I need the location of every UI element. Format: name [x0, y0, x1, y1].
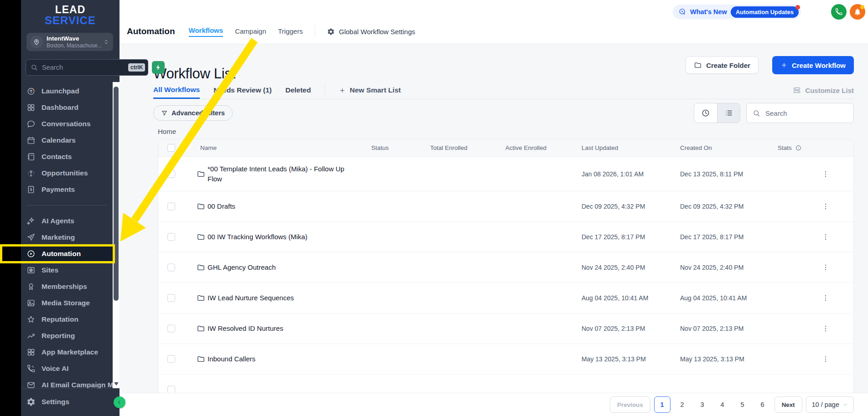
global-workflow-settings-label: Global Workflow Settings — [339, 28, 415, 36]
column-header-total-enrolled: Total Enrolled — [430, 139, 468, 156]
page-button-3[interactable]: 3 — [694, 396, 711, 413]
tab-needs-review[interactable]: Needs Review (1) — [213, 82, 272, 99]
row-actions-menu[interactable] — [819, 291, 832, 305]
envelope-icon — [26, 380, 36, 388]
row-actions-menu[interactable] — [819, 200, 832, 213]
row-actions-menu[interactable] — [819, 352, 832, 366]
play-circle-icon — [26, 249, 36, 258]
header-actions: What's New Automation Updates — [673, 4, 865, 20]
tab-triggers[interactable]: Triggers — [278, 27, 303, 36]
tab-all-workflows[interactable]: All Workflows — [153, 82, 200, 99]
create-folder-button[interactable]: Create Folder — [686, 56, 759, 74]
brand-logo-line1: LEAD — [21, 5, 120, 15]
global-workflow-settings-link[interactable]: Global Workflow Settings — [327, 28, 415, 36]
row-name[interactable]: 00 IW Tracking Workflows (Mika) — [208, 222, 307, 252]
row-actions-menu[interactable] — [819, 230, 832, 244]
sidebar-item-ai-email-campaign[interactable]: AI Email Campaign M... — [21, 377, 113, 388]
table-search[interactable] — [746, 103, 854, 123]
sidebar-item-app-marketplace[interactable]: App Marketplace — [21, 344, 113, 360]
page-button-4[interactable]: 4 — [714, 396, 731, 413]
history-view-button[interactable] — [694, 103, 717, 123]
sidebar-item-marketing[interactable]: Marketing — [21, 229, 113, 246]
row-actions-menu[interactable] — [819, 167, 832, 181]
sparkles-icon — [26, 216, 36, 226]
page-button-1[interactable]: 1 — [654, 396, 670, 413]
sidebar-scrollbar[interactable] — [113, 82, 120, 388]
sidebar-item-sites[interactable]: Sites — [21, 262, 113, 278]
sidebar-item-contacts[interactable]: Contacts — [21, 149, 113, 165]
row-actions-menu[interactable] — [819, 322, 832, 335]
list-view-button[interactable] — [717, 103, 740, 123]
row-checkbox[interactable] — [167, 386, 175, 394]
sidebar-item-dashboard[interactable]: Dashboard — [21, 99, 113, 116]
table-search-input[interactable] — [764, 109, 847, 118]
whats-new-button[interactable]: What's New Automation Updates — [673, 5, 801, 19]
row-checkbox[interactable] — [167, 294, 175, 302]
sidebar-item-settings[interactable]: Settings — [21, 394, 120, 410]
tab-workflows[interactable]: Workflows — [189, 26, 223, 37]
sidebar-item-label: Reporting — [42, 332, 75, 340]
row-checkbox[interactable] — [167, 203, 175, 211]
row-name[interactable]: Inbound Callers — [208, 344, 255, 374]
notification-dot — [795, 5, 800, 10]
create-workflow-button[interactable]: Create Workflow — [772, 56, 854, 74]
account-switcher[interactable]: IntentWave Boston, Massachuse... — [26, 33, 113, 51]
chevron-down-icon[interactable] — [180, 145, 187, 151]
folder-icon — [197, 202, 205, 211]
row-actions-menu[interactable] — [819, 261, 832, 274]
sidebar-item-calendars[interactable]: Calendars — [21, 132, 113, 149]
previous-page-button[interactable]: Previous — [610, 396, 650, 413]
sidebar-item-payments[interactable]: $ Payments — [21, 181, 113, 198]
advanced-filters-button[interactable]: Advanced Filters — [153, 105, 233, 121]
sidebar-collapse-button[interactable] — [114, 396, 125, 408]
sidebar-item-media-storage[interactable]: Media Storage — [21, 295, 113, 311]
new-smart-list-button[interactable]: New Smart List — [339, 86, 401, 94]
list-controls — [694, 103, 854, 123]
sidebar-search-input[interactable] — [41, 63, 128, 72]
page-button-2[interactable]: 2 — [674, 396, 691, 413]
sidebar-item-label: Media Storage — [42, 299, 90, 307]
row-checkbox[interactable] — [167, 233, 175, 241]
quick-actions-button[interactable] — [152, 61, 165, 74]
folder-icon — [197, 263, 205, 272]
kebab-icon — [821, 263, 830, 272]
kebab-icon — [821, 202, 830, 211]
sidebar-item-voice-ai[interactable]: Voice AI — [21, 360, 113, 377]
contacts-icon — [26, 152, 36, 161]
image-icon — [26, 298, 36, 308]
sidebar-search[interactable]: ctrlK — [26, 59, 148, 76]
phone-wave-icon — [26, 364, 36, 373]
page-size-select[interactable]: 10 / page — [806, 396, 854, 413]
notifications-button[interactable] — [850, 4, 865, 20]
sidebar-item-automation[interactable]: Automation — [21, 246, 113, 262]
phone-button[interactable] — [831, 4, 847, 20]
next-page-button[interactable]: Next — [774, 396, 802, 413]
sidebar-item-conversations[interactable]: Conversations — [21, 116, 113, 132]
column-header-stats: Stats — [778, 139, 802, 156]
customize-list-button[interactable]: Customize List — [793, 86, 854, 94]
sidebar-item-reporting[interactable]: Reporting — [21, 328, 113, 344]
sidebar-scrollbar-thumb[interactable] — [114, 87, 119, 301]
create-workflow-label: Create Workflow — [792, 62, 846, 69]
row-name[interactable]: 00 Drafts — [208, 191, 235, 221]
row-checkbox[interactable] — [167, 325, 175, 333]
row-name[interactable]: *00 Template Intent Leads (Mika) - Follo… — [208, 157, 358, 191]
sidebar-item-launchpad[interactable]: Launchpad — [21, 83, 113, 99]
tab-deleted[interactable]: Deleted — [286, 82, 311, 99]
row-checkbox[interactable] — [167, 170, 175, 178]
sidebar-item-opportunities[interactable]: Opportunities — [21, 165, 113, 181]
row-name[interactable]: GHL Agency Outreach — [208, 252, 276, 282]
sidebar-item-reputation[interactable]: Reputation — [21, 311, 113, 328]
select-all-checkbox[interactable] — [167, 144, 175, 152]
scroll-down-arrow-icon[interactable] — [114, 382, 119, 385]
page-button-6[interactable]: 6 — [754, 396, 771, 413]
row-name[interactable]: IW Lead Nurture Sequences — [208, 283, 294, 313]
row-checkbox[interactable] — [167, 264, 175, 272]
sidebar-item-ai-agents[interactable]: AI Agents — [21, 213, 113, 229]
sidebar-item-memberships[interactable]: Memberships — [21, 278, 113, 295]
row-name[interactable]: IW Resolved ID Nurtures — [208, 313, 283, 344]
tab-campaign[interactable]: Campaign — [235, 27, 266, 36]
row-checkbox[interactable] — [167, 355, 175, 363]
page-button-5[interactable]: 5 — [734, 396, 751, 413]
top-nav: Automation Workflows Campaign Triggers G… — [127, 19, 415, 44]
